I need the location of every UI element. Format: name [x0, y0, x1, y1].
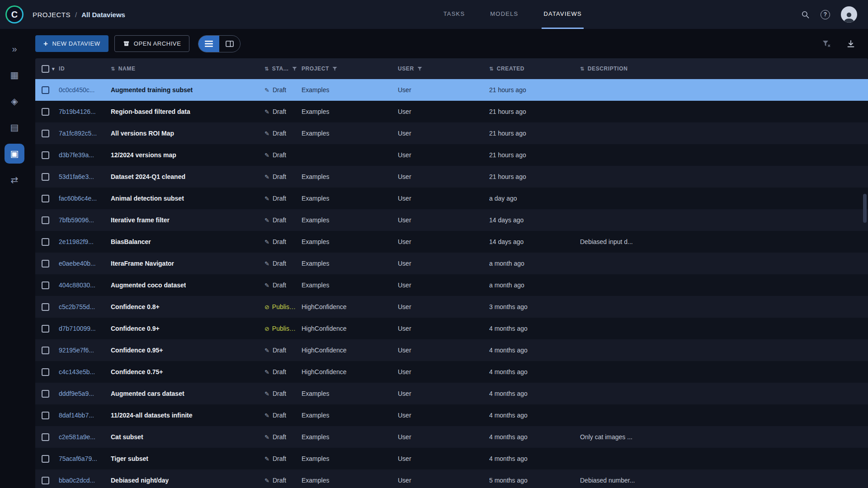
row-checkbox[interactable] — [42, 455, 49, 463]
row-checkbox[interactable] — [42, 173, 49, 181]
table-row[interactable]: 7bfb59096... Iterative frame filter ✎ Dr… — [35, 209, 868, 231]
sort-icon[interactable]: ⇅ — [111, 66, 115, 72]
row-name[interactable]: Cat subset — [111, 433, 143, 441]
column-header-created[interactable]: ⇅ CREATED — [489, 58, 580, 79]
column-header-status[interactable]: ⇅ STA... — [264, 58, 302, 79]
row-id[interactable]: 8daf14bb7... — [59, 412, 94, 419]
row-name[interactable]: IteraFrame Navigator — [111, 260, 174, 267]
row-id[interactable]: 7bfb59096... — [59, 216, 94, 224]
row-name[interactable]: Augmented cars dataset — [111, 390, 184, 397]
search-icon[interactable] — [801, 10, 810, 19]
clearml-logo[interactable]: C — [5, 5, 24, 23]
table-row[interactable]: 8daf14bb7... 11/2024-all datasets infini… — [35, 404, 868, 426]
table-row[interactable]: 75acaf6a79... Tiger subset ✎ Draft Examp… — [35, 448, 868, 469]
row-id[interactable]: 2e11982f9... — [59, 238, 94, 245]
select-all-checkbox[interactable] — [42, 65, 49, 73]
row-id[interactable]: 7a1fc892c5... — [59, 130, 97, 137]
row-id[interactable]: 0c0cd450c... — [59, 86, 94, 94]
table-row[interactable]: 7b19b4126... Region-based filtered data … — [35, 101, 868, 122]
row-checkbox[interactable] — [42, 195, 49, 202]
row-name[interactable]: Iterative frame filter — [111, 216, 170, 224]
table-row[interactable]: d3b7fe39a... 12/2024 versions map ✎ Draf… — [35, 144, 868, 166]
row-checkbox[interactable] — [42, 86, 49, 94]
sort-icon[interactable]: ⇅ — [580, 66, 585, 72]
table-row[interactable]: c4c143e5b... Confidence 0.75+ ✎ Draft Hi… — [35, 361, 868, 383]
filter-icon[interactable] — [417, 66, 422, 71]
table-row[interactable]: 404c88030... Augmented coco dataset ✎ Dr… — [35, 274, 868, 296]
column-header-project[interactable]: PROJECT — [302, 58, 398, 79]
row-checkbox[interactable] — [42, 368, 49, 376]
row-checkbox[interactable] — [42, 390, 49, 398]
sidebar-item-datasets[interactable]: ▦ — [5, 65, 24, 85]
row-checkbox[interactable] — [42, 108, 49, 116]
filter-icon[interactable] — [332, 66, 337, 71]
row-id[interactable]: 7b19b4126... — [59, 108, 96, 115]
row-name[interactable]: Augmented coco dataset — [111, 282, 186, 289]
tab-dataviews[interactable]: DATAVIEWS — [542, 0, 583, 29]
row-name[interactable]: Confidence 0.95+ — [111, 347, 163, 354]
tab-models[interactable]: MODELS — [488, 0, 520, 29]
row-name[interactable]: 12/2024 versions map — [111, 151, 176, 159]
row-checkbox[interactable] — [42, 151, 49, 159]
row-name[interactable]: BiasBalancer — [111, 238, 151, 245]
row-id[interactable]: c4c143e5b... — [59, 368, 95, 375]
row-checkbox[interactable] — [42, 347, 49, 354]
row-checkbox[interactable] — [42, 282, 49, 289]
row-name[interactable]: Region-based filtered data — [111, 108, 190, 115]
table-row[interactable]: 92195e7f6... Confidence 0.95+ ✎ Draft Hi… — [35, 339, 868, 361]
sort-icon[interactable]: ⇅ — [489, 66, 494, 72]
table-row[interactable]: 53d1fa6e3... Dataset 2024-Q1 cleaned ✎ D… — [35, 166, 868, 188]
table-row[interactable]: 7a1fc892c5... All versions ROI Map ✎ Dra… — [35, 122, 868, 144]
row-checkbox[interactable] — [42, 130, 49, 137]
select-all-caret-icon[interactable]: ▾ — [52, 66, 55, 72]
row-id[interactable]: 92195e7f6... — [59, 347, 94, 354]
row-id[interactable]: dddf9e5a9... — [59, 390, 94, 397]
table-row[interactable]: fac60b6c4e... Animal detection subset ✎ … — [35, 188, 868, 209]
user-avatar[interactable] — [841, 6, 857, 23]
row-id[interactable]: e0aebe40b... — [59, 260, 96, 267]
table-row[interactable]: d7b710099... Confidence 0.9+ ⊘ Published… — [35, 318, 868, 339]
sidebar-item-dataviews[interactable]: ▣ — [5, 144, 24, 164]
row-checkbox[interactable] — [42, 303, 49, 311]
row-name[interactable]: Animal detection subset — [111, 195, 184, 202]
new-dataview-button[interactable]: + NEW DATAVIEW — [35, 35, 108, 52]
table-row[interactable]: bba0c2dcd... Debiased night/day ✎ Draft … — [35, 469, 868, 488]
column-header-name[interactable]: ⇅ NAME — [111, 58, 264, 79]
row-id[interactable]: fac60b6c4e... — [59, 195, 97, 202]
sort-icon[interactable]: ⇅ — [264, 66, 269, 72]
sidebar-item-workers-queues[interactable]: ⇄ — [5, 170, 24, 190]
table-row[interactable]: dddf9e5a9... Augmented cars dataset ✎ Dr… — [35, 383, 868, 404]
table-row[interactable]: 0c0cd450c... Augmented training subset ✎… — [35, 79, 868, 101]
row-checkbox[interactable] — [42, 216, 49, 224]
row-id[interactable]: d7b710099... — [59, 325, 96, 332]
row-name[interactable]: Confidence 0.8+ — [111, 303, 160, 310]
row-checkbox[interactable] — [42, 238, 49, 246]
row-id[interactable]: c2e581a9e... — [59, 433, 95, 441]
row-name[interactable]: All versions ROI Map — [111, 130, 174, 137]
filter-icon[interactable] — [292, 66, 297, 71]
scrollbar-thumb[interactable] — [863, 194, 867, 223]
table-row[interactable]: c5c2b755d... Confidence 0.8+ ⊘ Published… — [35, 296, 868, 318]
table-row[interactable]: e0aebe40b... IteraFrame Navigator ✎ Draf… — [35, 253, 868, 274]
open-archive-button[interactable]: OPEN ARCHIVE — [114, 35, 190, 52]
row-name[interactable]: 11/2024-all datasets infinite — [111, 412, 193, 419]
row-id[interactable]: 404c88030... — [59, 282, 95, 289]
sidebar-item-reports[interactable]: ▤ — [5, 117, 24, 137]
row-id[interactable]: bba0c2dcd... — [59, 477, 95, 484]
row-name[interactable]: Augmented training subset — [111, 86, 193, 94]
table-view-toggle[interactable] — [198, 36, 219, 52]
row-name[interactable]: Confidence 0.9+ — [111, 325, 160, 332]
row-id[interactable]: 53d1fa6e3... — [59, 173, 94, 180]
row-checkbox[interactable] — [42, 433, 49, 441]
column-header-description[interactable]: ⇅ DESCRIPTION — [580, 58, 868, 79]
column-header-id[interactable]: ID — [59, 58, 111, 79]
download-icon[interactable] — [846, 39, 855, 48]
clear-filters-icon[interactable] — [822, 39, 831, 48]
row-name[interactable]: Debiased night/day — [111, 477, 169, 484]
row-id[interactable]: c5c2b755d... — [59, 303, 95, 310]
sidebar-item-getting-started[interactable]: » — [5, 39, 24, 59]
row-name[interactable]: Dataset 2024-Q1 cleaned — [111, 173, 185, 180]
row-checkbox[interactable] — [42, 260, 49, 267]
tab-tasks[interactable]: TASKS — [442, 0, 467, 29]
row-id[interactable]: 75acaf6a79... — [59, 455, 97, 462]
